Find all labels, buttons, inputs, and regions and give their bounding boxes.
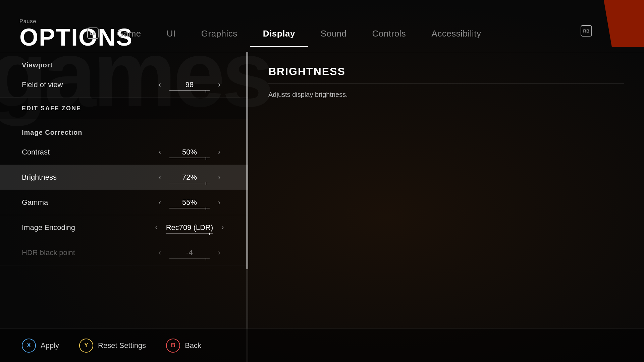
gamma-control: ‹ 55% › [153,196,226,208]
image-encoding-label: Image Encoding [22,223,153,232]
lb-badge: LB [87,27,99,39]
contrast-increase[interactable]: › [216,146,222,158]
tab-accessibility[interactable]: Accessibility [419,20,494,47]
tab-ui[interactable]: UI [154,20,189,47]
field-of-view-control: ‹ 98 › [153,79,226,91]
gamma-value: 55% [169,198,210,207]
gamma-decrease[interactable]: ‹ [157,196,163,208]
hdr-black-point-label: HDR black point [22,248,153,257]
left-panel: Viewport Field of view ‹ 98 › EDIT SAFE … [0,52,248,362]
apply-label: Apply [41,341,59,350]
gamma-increase[interactable]: › [216,196,222,208]
contrast-decrease[interactable]: ‹ [157,146,163,158]
field-of-view-increase[interactable]: › [216,79,222,91]
hdr-black-point-increase: › [216,247,222,259]
reset-settings-label: Reset Settings [98,341,146,350]
brightness-increase[interactable]: › [216,171,222,183]
info-description: Adjusts display brightness. [268,89,624,100]
tab-graphics[interactable]: Graphics [189,20,250,47]
setting-image-encoding[interactable]: Image Encoding ‹ Rec709 (LDR) › [0,215,248,240]
image-encoding-increase[interactable]: › [220,222,225,234]
section-image-correction-header: Image Correction [0,119,248,140]
back-label: Back [185,341,201,350]
apply-action[interactable]: X Apply [22,339,59,353]
x-badge: X [22,339,36,353]
brightness-decrease[interactable]: ‹ [157,171,163,183]
nav-tabs: Game UI Graphics Display Sound Controls … [104,20,577,47]
setting-field-of-view[interactable]: Field of view ‹ 98 › [0,72,248,98]
brightness-value: 72% [169,173,210,182]
hdr-black-point-decrease: ‹ [157,247,163,259]
y-badge: Y [79,339,93,353]
back-action[interactable]: B Back [166,339,201,353]
hdr-black-point-value: -4 [169,248,210,257]
setting-contrast[interactable]: Contrast ‹ 50% › [0,140,248,165]
tab-display[interactable]: Display [250,20,308,47]
contrast-control: ‹ 50% › [153,146,226,158]
rb-badge: RB [581,25,592,37]
gamma-label: Gamma [22,198,153,207]
brightness-control: ‹ 72% › [153,171,226,183]
right-panel: BRIGHTNESS Adjusts display brightness. [248,52,644,362]
hdr-black-point-control: ‹ -4 › [153,247,226,259]
bottom-bar: X Apply Y Reset Settings B Back [0,328,644,362]
image-encoding-value: Rec709 (LDR) [166,223,213,232]
contrast-label: Contrast [22,148,153,157]
setting-hdr-black-point: HDR black point ‹ -4 › [0,240,248,265]
field-of-view-value: 98 [169,80,210,89]
brightness-label: Brightness [22,173,153,182]
tab-controls[interactable]: Controls [360,20,419,47]
image-encoding-control: ‹ Rec709 (LDR) › [153,222,226,234]
section-viewport-header: Viewport [0,52,248,72]
info-title: BRIGHTNESS [268,65,624,83]
setting-gamma[interactable]: Gamma ‹ 55% › [0,190,248,215]
tab-game[interactable]: Game [104,20,154,47]
field-of-view-decrease[interactable]: ‹ [157,79,163,91]
field-of-view-label: Field of view [22,80,153,89]
reset-settings-action[interactable]: Y Reset Settings [79,339,146,353]
image-encoding-decrease[interactable]: ‹ [153,222,159,234]
b-badge: B [166,339,180,353]
header: Pause OPTIONS LB RB Game UI Graphics Dis… [0,0,644,54]
edit-safe-zone-row[interactable]: EDIT SAFE ZONE [0,98,248,119]
edit-safe-zone-label: EDIT SAFE ZONE [22,105,81,112]
contrast-value: 50% [169,148,210,157]
tab-sound[interactable]: Sound [308,20,360,47]
setting-brightness[interactable]: Brightness ‹ 72% › [0,165,248,190]
